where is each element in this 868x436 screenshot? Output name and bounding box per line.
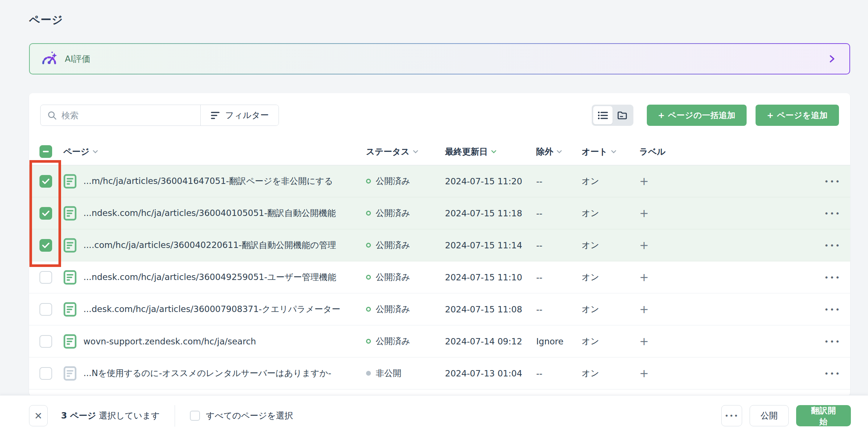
page-url[interactable]: ....com/hc/ja/articles/360040220611-翻訳自動… [83,239,336,251]
auto-value: オン [572,335,630,347]
status-text: 公開済み [376,239,410,251]
footer-more-options-button[interactable]: ••• [721,405,742,426]
page-title: ページ [29,13,850,28]
add-label-button[interactable]: + [639,271,649,284]
status-dot-icon [366,211,371,216]
select-all-pages-checkbox[interactable] [190,411,200,421]
status-text: 公開済み [376,335,410,347]
search-icon [47,111,57,120]
chevron-down-icon [413,150,419,153]
chevron-down-icon [611,150,617,153]
page-url[interactable]: ...ndesk.com/hc/ja/articles/360049259051… [83,271,336,283]
row-checkbox[interactable] [39,367,52,380]
updated-date: 2024-07-15 11:20 [436,176,527,186]
table-header: ページ ステータス 最終更新日 除外 オート ラベル [29,138,850,165]
column-header-updated[interactable]: 最終更新日 [436,146,527,157]
status-text: 公開済み [376,271,410,283]
page-url[interactable]: ...ndesk.com/hc/ja/articles/360040105051… [83,207,336,219]
page-url[interactable]: wovn-support.zendesk.com/hc/ja/search [83,337,256,346]
table-row[interactable]: ...ndesk.com/hc/ja/articles/360049259051… [29,261,850,293]
add-label-button[interactable]: + [639,367,649,380]
row-more-options-button[interactable]: ••• [824,177,841,186]
auto-value: オン [572,367,630,379]
row-more-options-button[interactable]: ••• [824,241,841,250]
add-label-button[interactable]: + [639,175,649,188]
table-row[interactable]: ...ndesk.com/hc/ja/articles/360040105051… [29,197,850,229]
list-view-icon [598,111,608,120]
page-url[interactable]: ...desk.com/hc/ja/articles/360007908371-… [83,303,340,315]
status-text: 公開済み [376,175,410,187]
exclusion-value: -- [527,273,572,282]
row-checkbox[interactable] [39,271,52,284]
row-checkbox[interactable] [39,239,52,252]
chevron-down-icon-active [491,150,497,153]
row-more-options-button[interactable]: ••• [824,209,841,218]
add-label-button[interactable]: + [639,335,649,348]
view-toggle [592,105,633,126]
add-label-button[interactable]: + [639,239,649,252]
status-dot-icon [366,243,371,248]
chevron-down-icon [556,150,562,153]
row-checkbox[interactable] [39,207,52,220]
page-url[interactable]: ...m/hc/ja/articles/360041647051-翻訳ページを非… [83,175,333,187]
row-more-options-button[interactable]: ••• [824,369,841,378]
status-dot-icon [366,179,371,184]
filter-button[interactable]: フィルター [200,105,279,125]
row-more-options-button[interactable]: ••• [824,273,841,282]
column-header-status[interactable]: ステータス [357,146,436,157]
exclusion-value: Ignore [527,337,572,346]
column-header-exclusion[interactable]: 除外 [527,146,572,157]
publish-button[interactable]: 公開 [750,405,789,426]
exclusion-value: -- [527,305,572,314]
status-text: 公開済み [376,303,410,315]
table-row[interactable]: ...m/hc/ja/articles/360041647051-翻訳ページを非… [29,165,850,197]
exclusion-value: -- [527,209,572,218]
selection-count-text: 3 ページ 選択しています [61,410,160,421]
updated-date: 2024-07-15 11:08 [436,305,527,314]
select-all-checkbox[interactable] [39,145,52,158]
document-icon [63,302,77,317]
row-checkbox[interactable] [39,335,52,348]
row-more-options-button[interactable]: ••• [824,305,841,314]
select-all-pages-control[interactable]: すべてのページを選択 [190,410,293,421]
column-header-auto[interactable]: オート [572,146,630,157]
add-label-button[interactable]: + [639,303,649,316]
exclusion-value: -- [527,241,572,250]
bulk-add-pages-button[interactable]: + ページの一括追加 [647,105,747,126]
list-view-button[interactable] [593,106,613,124]
updated-date: 2024-07-15 11:10 [436,273,527,282]
clear-selection-button[interactable]: ✕ [29,405,48,426]
column-header-label: ラベル [630,146,686,157]
ai-banner-label: AI評価 [65,53,90,65]
row-checkbox[interactable] [39,303,52,316]
status-dot-icon [366,339,371,344]
updated-date: 2024-07-13 01:04 [436,369,527,378]
table-row[interactable]: ...desk.com/hc/ja/articles/360007908371-… [29,293,850,325]
search-box[interactable] [41,105,200,125]
add-page-button[interactable]: + ページを追加 [756,105,839,126]
status-dot-icon [366,371,371,376]
updated-date: 2024-07-14 09:12 [436,337,527,346]
auto-value: オン [572,303,630,315]
start-translation-button[interactable]: 翻訳開始 [796,405,851,426]
page-url[interactable]: ...Nを使用するのに-オススメのレンタルサーバーはありますか- [83,367,331,379]
filter-icon [210,111,220,120]
table-row[interactable]: ....com/hc/ja/articles/360040220611-翻訳自動… [29,229,850,261]
document-icon [63,238,77,253]
folder-view-button[interactable] [613,106,632,124]
document-icon [63,174,77,189]
row-more-options-button[interactable]: ••• [824,337,841,346]
row-checkbox[interactable] [39,175,52,188]
search-input[interactable] [61,111,194,120]
ai-evaluation-banner[interactable]: AI評価 [29,43,850,74]
document-icon [63,270,77,285]
exclusion-value: -- [527,369,572,378]
table-row[interactable]: wovn-support.zendesk.com/hc/ja/search 公開… [29,325,850,357]
ai-gauge-icon [41,51,57,66]
column-header-page[interactable]: ページ [53,146,357,157]
status-dot-icon [366,307,371,312]
add-label-button[interactable]: + [639,207,649,220]
table-row[interactable]: ...Nを使用するのに-オススメのレンタルサーバーはありますか- 非公開 202… [29,357,850,389]
document-icon [63,206,77,221]
chevron-down-icon [92,150,98,153]
